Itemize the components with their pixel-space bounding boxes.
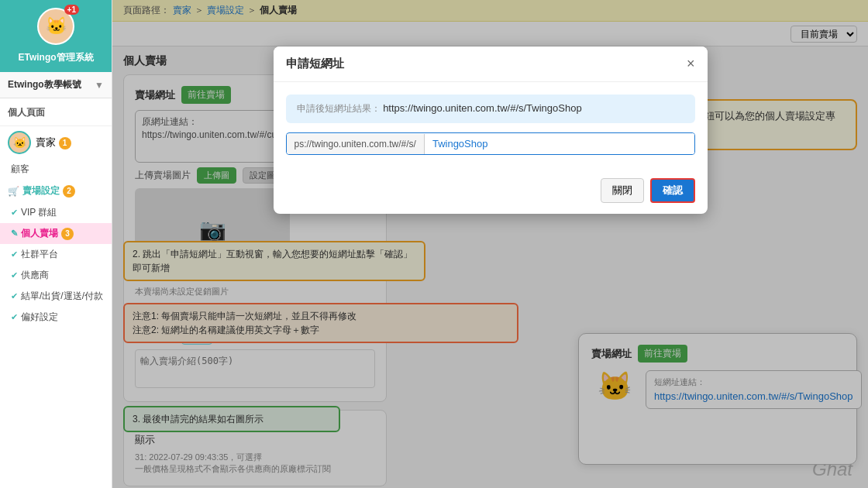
notification-badge: +1 [64,5,79,15]
seller-section: 🐱 賣家 1 [0,126,112,159]
dialog-input-prefix: ps://twingo.uniten.com.tw/#/s/ [287,134,425,154]
sidebar-group-marketplace[interactable]: 🛒 賣場設定 2 [0,180,112,202]
supplier-label: 供應商 [21,269,49,282]
check-icon-personal: ✎ [11,229,18,239]
check-icon-prefs: ✔ [11,312,18,322]
sidebar-item-vip[interactable]: ✔ VIP 群組 [0,202,112,223]
sidebar: 🐱 +1 ETwingo管理系統 Etwingo教學帳號 ▼ 個人頁面 🐱 賣家… [0,0,112,488]
check-icon-checkout: ✔ [11,291,18,301]
dialog-result-label: 申請後短網址結果： [297,103,381,114]
preferences-label: 偏好設定 [21,311,58,324]
social-label: 社群平台 [21,248,58,261]
sidebar-section-personal: 個人頁面 [0,98,112,126]
dialog-header: 申請短網址 × [274,46,708,82]
check-icon-social: ✔ [11,249,18,259]
seller-label: 賣家 1 [36,136,71,149]
account-selector[interactable]: Etwingo教學帳號 ▼ [0,72,112,98]
avatar-container: 🐱 +1 [37,8,74,45]
seller-avatar: 🐱 [8,131,31,154]
account-name: Etwingo教學帳號 [8,78,81,91]
sidebar-item-buyer[interactable]: 顧客 [0,159,112,180]
dialog-overlay: 申請短網址 × 申請後短網址結果： https://twingo.uniten.… [112,0,868,488]
sidebar-item-checkout[interactable]: ✔ 結單/出貨/運送/付款 [0,286,112,307]
checkout-label: 結單/出貨/運送/付款 [21,290,103,303]
check-icon-supplier: ✔ [11,270,18,280]
dialog-confirm-btn[interactable]: 確認 [650,178,695,203]
marketplace-settings-label: 賣場設定 [22,184,60,198]
sidebar-item-supplier[interactable]: ✔ 供應商 [0,265,112,286]
short-url-dialog: 申請短網址 × 申請後短網址結果： https://twingo.uniten.… [274,46,708,214]
main-content: 頁面路徑： 賣家 ＞ 賣場設定 ＞ 個人賣場 目前賣場 個人賣場 賣場網址 前往… [112,0,868,488]
dialog-result-url: https://twingo.uniten.com.tw/#/s/TwingoS… [383,102,582,114]
vip-label: VIP 群組 [21,206,57,219]
check-icon-vip: ✔ [11,208,18,218]
account-dropdown-icon: ▼ [95,80,104,91]
sidebar-header: 🐱 +1 ETwingo管理系統 [0,0,112,72]
seller-num: 1 [59,137,71,149]
dialog-footer: 關閉 確認 [274,178,708,214]
short-url-input[interactable] [425,133,694,154]
app-title: ETwingo管理系統 [18,51,93,64]
personal-marketplace-label: 個人賣場 [21,227,58,240]
personal-marketplace-num: 3 [61,228,74,240]
dialog-body: 申請後短網址結果： https://twingo.uniten.com.tw/#… [274,82,708,178]
sidebar-item-personal-marketplace[interactable]: ✎ 個人賣場 3 [0,223,112,244]
marketplace-num: 2 [63,185,75,198]
dialog-close-btn[interactable]: 關閉 [601,178,644,203]
dialog-title: 申請短網址 [286,57,344,71]
dialog-result-box: 申請後短網址結果： https://twingo.uniten.com.tw/#… [286,95,695,123]
buyer-label: 顧客 [11,163,29,176]
personal-page-label: 個人頁面 [8,103,104,121]
dialog-close-button[interactable]: × [687,56,695,72]
sidebar-item-social[interactable]: ✔ 社群平台 [0,244,112,265]
seller-text: 賣家 [36,136,56,148]
sidebar-item-preferences[interactable]: ✔ 偏好設定 [0,307,112,328]
dialog-input-row: ps://twingo.uniten.com.tw/#/s/ [286,132,695,155]
